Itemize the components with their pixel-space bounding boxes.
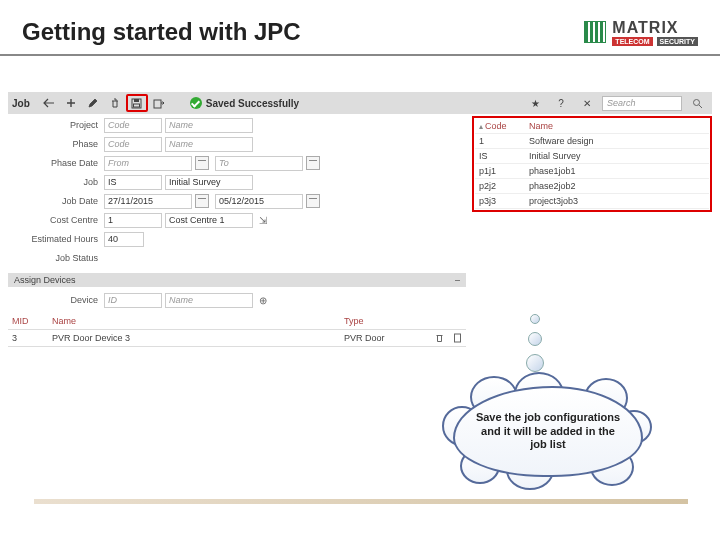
sort-asc-icon[interactable]: ▴ <box>479 122 483 131</box>
job-list-header: ▴Code Name <box>475 119 709 134</box>
device-label: Device <box>8 295 104 305</box>
delete-button[interactable] <box>104 94 126 112</box>
export-button[interactable] <box>148 94 170 112</box>
cost-centre-code-input[interactable]: 1 <box>104 213 162 228</box>
job-list-panel: ▴Code Name 1 Software design IS Initial … <box>472 116 712 212</box>
row-edit-button[interactable] <box>448 330 466 346</box>
brand-logo: MATRIX TELECOM SECURITY <box>584 19 698 46</box>
favorite-button[interactable]: ★ <box>524 94 546 112</box>
success-check-icon <box>190 97 202 109</box>
job-status-label: Job Status <box>8 253 104 263</box>
phase-code-input[interactable]: Code <box>104 137 162 152</box>
calendar-icon[interactable] <box>306 194 320 208</box>
bubble-icon <box>528 332 542 346</box>
phase-label: Phase <box>8 139 104 149</box>
callout-text: Save the job configurations and it will … <box>473 411 623 452</box>
plus-icon <box>66 98 76 108</box>
add-button[interactable] <box>60 94 82 112</box>
cost-centre-label: Cost Centre <box>8 215 104 225</box>
job-name-input[interactable]: Initial Survey <box>165 175 253 190</box>
phase-date-from-input[interactable]: From <box>104 156 192 171</box>
bubble-icon <box>526 354 544 372</box>
expand-arrow-icon[interactable]: ⇲ <box>256 213 270 227</box>
project-code-input[interactable]: Code <box>104 118 162 133</box>
job-date-label: Job Date <box>8 196 104 206</box>
device-name-input[interactable]: Name <box>165 293 253 308</box>
search-input[interactable]: Search <box>602 96 682 111</box>
device-id-input[interactable]: ID <box>104 293 162 308</box>
calendar-icon[interactable] <box>195 194 209 208</box>
svg-rect-1 <box>134 99 139 102</box>
help-icon: ? <box>558 98 564 109</box>
callout-cloud: Save the job configurations and it will … <box>448 376 648 482</box>
page-icon <box>453 333 462 343</box>
assign-devices-section[interactable]: Assign Devices – <box>8 273 466 287</box>
svg-rect-5 <box>454 334 460 342</box>
add-device-icon[interactable]: ⊕ <box>256 293 270 307</box>
phase-date-to-input[interactable]: To <box>215 156 303 171</box>
job-list-row[interactable]: p1j1 phase1job1 <box>475 164 709 179</box>
toolbar-section-label: Job <box>12 98 30 109</box>
calendar-icon[interactable] <box>195 156 209 170</box>
row-delete-button[interactable] <box>430 330 448 346</box>
close-icon: ✕ <box>583 98 591 109</box>
edit-button[interactable] <box>82 94 104 112</box>
page-title: Getting started with JPC <box>22 18 301 46</box>
export-icon <box>153 98 165 109</box>
cost-centre-name-input[interactable]: Cost Centre 1 <box>165 213 253 228</box>
phase-date-label: Phase Date <box>8 158 104 168</box>
job-date-to-input[interactable]: 05/12/2015 <box>215 194 303 209</box>
saved-status: Saved Successfully <box>190 97 299 109</box>
search-icon <box>692 98 703 109</box>
bubble-icon <box>530 314 540 324</box>
device-table-row[interactable]: 3 PVR Door Device 3 PVR Door <box>8 330 466 347</box>
logo-sub-security: SECURITY <box>657 37 698 46</box>
project-name-input[interactable]: Name <box>165 118 253 133</box>
save-icon <box>131 98 142 109</box>
search-button[interactable] <box>686 94 708 112</box>
help-button[interactable]: ? <box>550 94 572 112</box>
svg-point-4 <box>693 99 699 105</box>
star-icon: ★ <box>531 98 540 109</box>
collapse-icon: – <box>455 275 460 285</box>
job-label: Job <box>8 177 104 187</box>
project-label: Project <box>8 120 104 130</box>
job-date-from-input[interactable]: 27/11/2015 <box>104 194 192 209</box>
job-list-row[interactable]: 1 Software design <box>475 134 709 149</box>
logo-main-text: MATRIX <box>612 19 698 37</box>
est-hours-label: Estimated Hours <box>8 234 104 244</box>
pencil-icon <box>88 98 98 108</box>
close-button[interactable]: ✕ <box>576 94 598 112</box>
callout-bubbles <box>526 314 544 372</box>
toolbar: Job Saved Successfully ★ ? ✕ Search <box>8 92 712 114</box>
matrix-logo-icon <box>584 21 606 43</box>
footer-divider <box>34 499 688 504</box>
back-arrow-icon <box>43 98 55 108</box>
back-button[interactable] <box>38 94 60 112</box>
trash-icon <box>110 98 120 109</box>
save-button[interactable] <box>126 94 148 112</box>
est-hours-input[interactable]: 40 <box>104 232 144 247</box>
calendar-icon[interactable] <box>306 156 320 170</box>
logo-sub-telecom: TELECOM <box>612 37 652 46</box>
phase-name-input[interactable]: Name <box>165 137 253 152</box>
device-table-header: MID Name Type <box>8 313 466 330</box>
trash-icon <box>435 333 444 343</box>
svg-rect-2 <box>134 104 140 107</box>
job-list-row[interactable]: p3j3 project3job3 <box>475 194 709 209</box>
svg-rect-3 <box>154 100 161 108</box>
job-code-input[interactable]: IS <box>104 175 162 190</box>
job-list-row[interactable]: p2j2 phase2job2 <box>475 179 709 194</box>
job-list-row[interactable]: IS Initial Survey <box>475 149 709 164</box>
